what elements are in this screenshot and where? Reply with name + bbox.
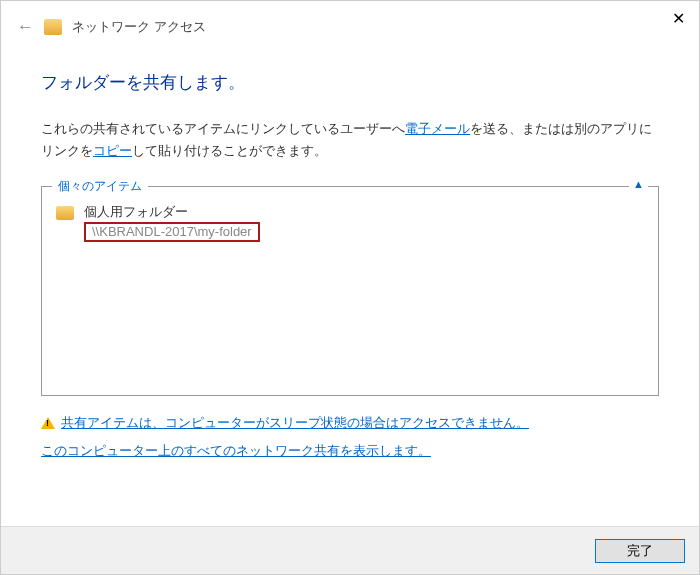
sleep-warning-row: 共有アイテムは、コンピューターがスリープ状態の場合はアクセスできません。	[41, 414, 659, 432]
folder-icon	[56, 206, 74, 220]
done-button[interactable]: 完了	[595, 539, 685, 563]
collapse-icon[interactable]: ▲	[629, 178, 648, 190]
items-legend: 個々のアイテム	[52, 178, 148, 195]
item-path: \\KBRANDL-2017\my-folder	[84, 222, 260, 242]
close-button[interactable]: ✕	[672, 9, 685, 28]
header-title: ネットワーク アクセス	[72, 18, 206, 36]
back-arrow-icon[interactable]: ←	[17, 17, 34, 37]
item-name: 個人用フォルダー	[84, 203, 260, 221]
show-all-row: このコンピューター上のすべてのネットワーク共有を表示します。	[41, 442, 659, 460]
page-title: フォルダーを共有します。	[41, 71, 659, 94]
copy-link[interactable]: コピー	[93, 143, 132, 158]
desc-text-1: これらの共有されているアイテムにリンクしているユーザーへ	[41, 121, 405, 136]
dialog-header: ← ネットワーク アクセス	[1, 1, 699, 47]
items-groupbox: 個々のアイテム ▲ 個人用フォルダー \\KBRANDL-2017\my-fol…	[41, 186, 659, 396]
shared-item-row[interactable]: 個人用フォルダー \\KBRANDL-2017\my-folder	[42, 187, 658, 242]
warning-icon	[41, 417, 55, 429]
dialog-content: フォルダーを共有します。 これらの共有されているアイテムにリンクしているユーザー…	[1, 47, 699, 460]
description-text: これらの共有されているアイテムにリンクしているユーザーへ電子メールを送る、または…	[41, 118, 659, 162]
network-access-icon	[44, 19, 62, 35]
sleep-warning-link[interactable]: 共有アイテムは、コンピューターがスリープ状態の場合はアクセスできません。	[61, 414, 529, 432]
dialog-footer: 完了	[1, 526, 699, 574]
desc-text-3: して貼り付けることができます。	[132, 143, 327, 158]
show-all-shares-link[interactable]: このコンピューター上のすべてのネットワーク共有を表示します。	[41, 443, 431, 458]
email-link[interactable]: 電子メール	[405, 121, 470, 136]
